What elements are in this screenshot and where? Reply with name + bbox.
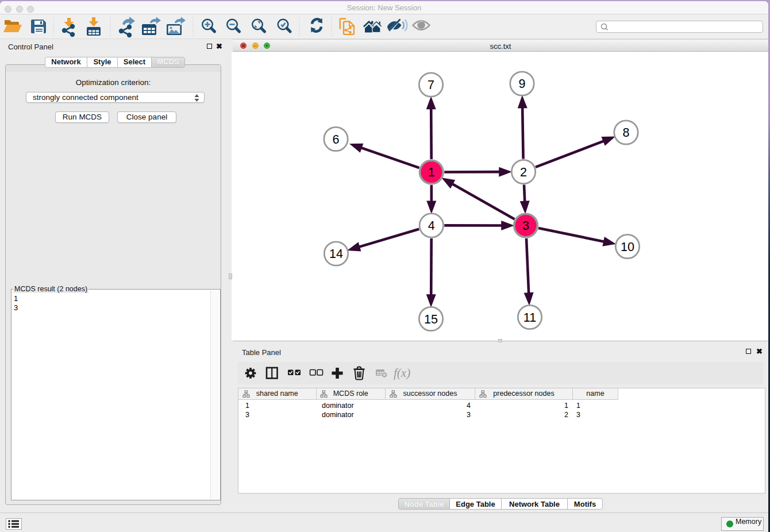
- svg-text:14: 14: [329, 247, 343, 261]
- svg-text:6: 6: [333, 133, 340, 147]
- svg-text:4: 4: [428, 219, 435, 233]
- svg-text:10: 10: [621, 240, 634, 254]
- svg-text:9: 9: [519, 77, 526, 91]
- svg-text:1: 1: [428, 165, 435, 179]
- svg-text:7: 7: [428, 78, 434, 92]
- svg-text:f(x): f(x): [394, 366, 410, 380]
- svg-text:8: 8: [623, 126, 630, 140]
- svg-text:2: 2: [520, 165, 527, 179]
- svg-text:15: 15: [424, 313, 438, 326]
- svg-text:3: 3: [522, 219, 529, 233]
- svg-text:11: 11: [523, 311, 536, 325]
